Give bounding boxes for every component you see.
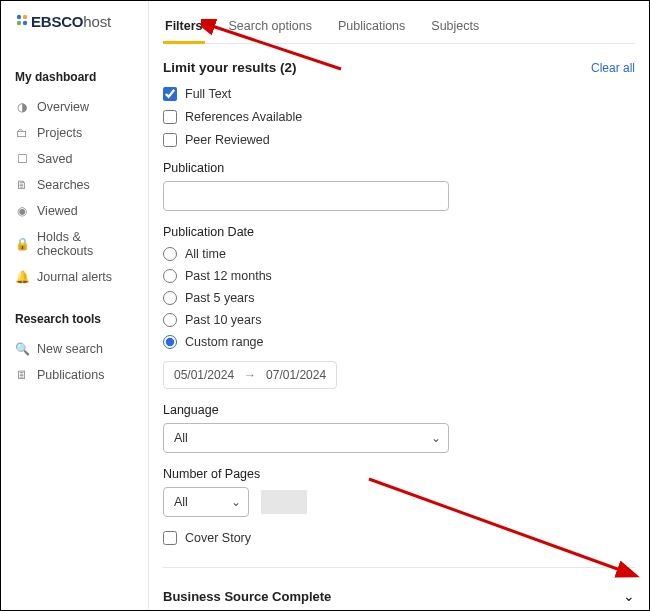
sidebar-item-overview[interactable]: ◑Overview bbox=[15, 94, 138, 120]
sidebar: EBSCOhost My dashboard ◑Overview 🗀Projec… bbox=[1, 1, 149, 610]
radio-input[interactable] bbox=[163, 291, 177, 305]
clear-all-link[interactable]: Clear all bbox=[591, 61, 635, 75]
publication-input[interactable] bbox=[163, 181, 449, 211]
svg-point-3 bbox=[23, 21, 27, 25]
search-icon: 🔍 bbox=[15, 342, 29, 356]
eye-icon: ◉ bbox=[15, 204, 29, 218]
checkbox-input[interactable] bbox=[163, 531, 177, 545]
page-icon: 🗏 bbox=[15, 368, 29, 382]
sidebar-item-label: Publications bbox=[37, 368, 104, 382]
check-cover-story[interactable]: Cover Story bbox=[163, 531, 635, 545]
sidebar-item-label: Viewed bbox=[37, 204, 78, 218]
radio-12-months[interactable]: Past 12 months bbox=[163, 269, 635, 283]
sidebar-item-label: Journal alerts bbox=[37, 270, 112, 284]
lock-icon: 🔒 bbox=[15, 237, 29, 251]
folder-icon: 🗀 bbox=[15, 126, 29, 140]
tab-publications[interactable]: Publications bbox=[336, 9, 407, 43]
radio-label: Past 5 years bbox=[185, 291, 254, 305]
svg-point-0 bbox=[17, 15, 21, 19]
radio-label: Past 12 months bbox=[185, 269, 272, 283]
limit-header: Limit your results (2) Clear all bbox=[163, 60, 635, 75]
radio-custom[interactable]: Custom range bbox=[163, 335, 635, 349]
sidebar-item-alerts[interactable]: 🔔Journal alerts bbox=[15, 264, 138, 290]
sidebar-item-label: Holds & checkouts bbox=[37, 230, 138, 258]
checkbox-label: References Available bbox=[185, 110, 302, 124]
pages-count-box bbox=[261, 490, 307, 514]
radio-all-time[interactable]: All time bbox=[163, 247, 635, 261]
db-name: Business Source Complete bbox=[163, 589, 331, 604]
sidebar-item-label: Saved bbox=[37, 152, 72, 166]
chevron-down-icon: ⌄ bbox=[623, 588, 635, 604]
sidebar-item-label: Searches bbox=[37, 178, 90, 192]
sidebar-item-publications[interactable]: 🗏Publications bbox=[15, 362, 138, 388]
pages-select[interactable]: All ⌄ bbox=[163, 487, 249, 517]
radio-input[interactable] bbox=[163, 313, 177, 327]
tab-label: Search options bbox=[229, 19, 312, 33]
checkbox-label: Full Text bbox=[185, 87, 231, 101]
sidebar-item-label: Overview bbox=[37, 100, 89, 114]
check-references[interactable]: References Available bbox=[163, 110, 635, 124]
tab-label: Subjects bbox=[431, 19, 479, 33]
radio-label: Custom range bbox=[185, 335, 264, 349]
sidebar-item-label: Projects bbox=[37, 126, 82, 140]
tools-nav: Research tools 🔍New search 🗏Publications bbox=[15, 312, 138, 388]
sidebar-item-projects[interactable]: 🗀Projects bbox=[15, 120, 138, 146]
date-range-picker[interactable]: 05/01/2024 → 07/01/2024 bbox=[163, 361, 337, 389]
publication-label: Publication bbox=[163, 161, 635, 175]
check-full-text[interactable]: Full Text bbox=[163, 87, 635, 101]
tab-label: Filters bbox=[165, 19, 203, 33]
tab-label: Publications bbox=[338, 19, 405, 33]
language-label: Language bbox=[163, 403, 635, 417]
radio-10-years[interactable]: Past 10 years bbox=[163, 313, 635, 327]
gauge-icon: ◑ bbox=[15, 100, 29, 114]
language-select[interactable]: All ⌄ bbox=[163, 423, 449, 453]
radio-label: All time bbox=[185, 247, 226, 261]
pages-label: Number of Pages bbox=[163, 467, 635, 481]
svg-point-1 bbox=[23, 15, 27, 19]
brand-text: EBSCOhost bbox=[31, 13, 111, 30]
brand-logo: EBSCOhost bbox=[15, 13, 138, 30]
date-from: 05/01/2024 bbox=[174, 368, 234, 382]
sidebar-item-new-search[interactable]: 🔍New search bbox=[15, 336, 138, 362]
bookmark-icon: ☐ bbox=[15, 152, 29, 166]
sidebar-item-viewed[interactable]: ◉Viewed bbox=[15, 198, 138, 224]
limit-heading: Limit your results (2) bbox=[163, 60, 297, 75]
tab-filters[interactable]: Filters bbox=[163, 9, 205, 43]
brand-icon bbox=[15, 13, 29, 30]
tabs: Filters Search options Publications Subj… bbox=[163, 9, 635, 44]
select-value: All bbox=[174, 431, 188, 445]
radio-input[interactable] bbox=[163, 335, 177, 349]
svg-point-2 bbox=[17, 21, 21, 25]
date-to: 07/01/2024 bbox=[266, 368, 326, 382]
arrow-right-icon: → bbox=[244, 368, 256, 382]
dashboard-heading: My dashboard bbox=[15, 70, 138, 84]
dashboard-nav: My dashboard ◑Overview 🗀Projects ☐Saved … bbox=[15, 70, 138, 290]
checkbox-input[interactable] bbox=[163, 110, 177, 124]
check-peer-reviewed[interactable]: Peer Reviewed bbox=[163, 133, 635, 147]
bell-icon: 🔔 bbox=[15, 270, 29, 284]
checkbox-input[interactable] bbox=[163, 133, 177, 147]
db-section-business[interactable]: Business Source Complete ⌄ bbox=[163, 567, 635, 610]
radio-label: Past 10 years bbox=[185, 313, 261, 327]
tab-search-options[interactable]: Search options bbox=[227, 9, 314, 43]
main-panel: Filters Search options Publications Subj… bbox=[149, 1, 649, 610]
sidebar-item-holds[interactable]: 🔒Holds & checkouts bbox=[15, 224, 138, 264]
radio-input[interactable] bbox=[163, 269, 177, 283]
select-value: All bbox=[174, 495, 188, 509]
checkbox-input[interactable] bbox=[163, 87, 177, 101]
document-icon: 🗎 bbox=[15, 178, 29, 192]
checkbox-label: Cover Story bbox=[185, 531, 251, 545]
date-label: Publication Date bbox=[163, 225, 635, 239]
checkbox-label: Peer Reviewed bbox=[185, 133, 270, 147]
sidebar-item-label: New search bbox=[37, 342, 103, 356]
sidebar-item-searches[interactable]: 🗎Searches bbox=[15, 172, 138, 198]
radio-input[interactable] bbox=[163, 247, 177, 261]
sidebar-item-saved[interactable]: ☐Saved bbox=[15, 146, 138, 172]
radio-5-years[interactable]: Past 5 years bbox=[163, 291, 635, 305]
tab-subjects[interactable]: Subjects bbox=[429, 9, 481, 43]
tools-heading: Research tools bbox=[15, 312, 138, 326]
